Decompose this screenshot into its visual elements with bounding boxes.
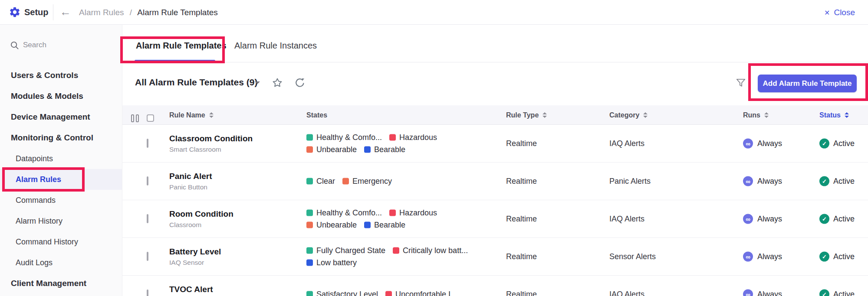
sidebar-item-monitoring-control[interactable]: Monitoring & Control <box>0 127 122 148</box>
state-item: Bearable <box>364 145 405 154</box>
sidebar-item-client-management[interactable]: Client Management <box>0 273 122 294</box>
row-checkbox[interactable] <box>147 139 148 148</box>
table-row[interactable]: Panic Alert Panic Button ClearEmergency … <box>122 163 868 200</box>
infinity-badge-icon: ∞ <box>743 252 753 262</box>
sidebar-item-commands[interactable]: Commands <box>0 190 122 211</box>
rule-name[interactable]: Panic Alert <box>169 172 212 181</box>
column-header-category[interactable]: Category <box>609 105 648 125</box>
column-header-status[interactable]: Status <box>819 105 849 125</box>
sort-icon[interactable] <box>845 112 849 118</box>
filter-icon[interactable] <box>735 77 746 88</box>
sidebar-item-datapoints[interactable]: Datapoints <box>0 148 122 169</box>
sidebar-item-command-history[interactable]: Command History <box>0 231 122 252</box>
status-cell: ✓ Active <box>819 252 855 262</box>
search-input[interactable] <box>23 41 97 49</box>
table-row[interactable]: Room Condition Classroom Healthy & Comfo… <box>122 200 868 238</box>
rule-name-cell: Classroom Condition Smart Classroom <box>169 134 253 153</box>
status-label: Active <box>833 290 855 296</box>
close-button[interactable]: ✕Close <box>824 0 855 25</box>
state-color-chip <box>306 247 313 254</box>
tab-alarm-rule-templates[interactable]: Alarm Rule Templates <box>136 25 227 62</box>
state-label: Uncomfortable L... <box>395 290 459 296</box>
sort-icon[interactable] <box>542 112 547 118</box>
rule-type-cell: Realtime <box>506 139 537 148</box>
breadcrumb-parent[interactable]: Alarm Rules <box>79 8 124 17</box>
rule-name[interactable]: Battery Level <box>169 247 221 257</box>
runs-label: Always <box>757 215 782 224</box>
rule-name-cell: Room Condition Classroom <box>169 209 233 229</box>
sidebar-item-alarm-rules[interactable]: Alarm Rules <box>0 169 122 190</box>
state-label: Unbearable <box>316 145 357 154</box>
runs-label: Always <box>757 252 782 261</box>
runs-cell: ∞ Always <box>743 214 782 224</box>
sidebar-search[interactable] <box>10 39 110 52</box>
status-label: Active <box>833 177 855 186</box>
status-cell: ✓ Active <box>819 176 855 186</box>
sort-icon[interactable] <box>209 112 214 118</box>
header-divider <box>53 4 53 20</box>
infinity-badge-icon: ∞ <box>743 289 753 296</box>
state-color-chip <box>306 291 313 296</box>
sidebar-item-label: Commands <box>16 196 56 205</box>
breadcrumb: Alarm Rules / Alarm Rule Templates <box>79 0 218 25</box>
rule-subtitle: Classroom <box>169 221 233 229</box>
table-row[interactable]: Battery Level IAQ Sensor Fully Charged S… <box>122 238 868 276</box>
row-checkbox[interactable] <box>147 214 148 223</box>
column-settings-button[interactable] <box>131 105 139 125</box>
state-color-chip <box>389 134 396 141</box>
row-checkbox[interactable] <box>147 252 148 261</box>
states-cell: Healthy & Comfo...HazardousUnbearableBea… <box>306 208 437 230</box>
sidebar-item-device-management[interactable]: Device Management <box>0 107 122 127</box>
active-check-icon: ✓ <box>819 289 829 296</box>
tab-alarm-rule-instances[interactable]: Alarm Rule Instances <box>234 25 317 62</box>
state-label: Unbearable <box>316 221 357 230</box>
sidebar-item-users-controls[interactable]: Users & Controls <box>0 65 122 86</box>
sidebar-item-audit-logs[interactable]: Audit Logs <box>0 252 122 273</box>
sidebar-item-alarm-history[interactable]: Alarm History <box>0 211 122 231</box>
row-checkbox[interactable] <box>147 289 148 296</box>
states-cell: Healthy & Comfo...HazardousUnbearableBea… <box>306 133 437 154</box>
state-item: Clear <box>306 177 335 186</box>
state-color-chip <box>306 260 313 266</box>
sidebar: Users & ControlsModules & ModelsDevice M… <box>0 25 122 296</box>
sidebar-item-label: Client Management <box>11 279 86 288</box>
row-checkbox-cell <box>147 290 148 296</box>
state-color-chip <box>306 222 313 228</box>
rule-name[interactable]: Room Condition <box>169 209 233 219</box>
app-title: Setup <box>24 0 49 25</box>
runs-label: Always <box>757 290 782 296</box>
table-header: Rule Name States Rule Type Category Runs… <box>122 105 868 125</box>
state-line: Low battery <box>306 258 468 267</box>
sidebar-item-modules-models[interactable]: Modules & Models <box>0 86 122 107</box>
table-row[interactable]: TVOC Alert Satisfactory LevelUncomfortab… <box>122 276 868 296</box>
status-cell: ✓ Active <box>819 289 855 296</box>
column-header-runs[interactable]: Runs <box>743 105 769 125</box>
sort-icon[interactable] <box>764 112 769 118</box>
row-checkbox-cell <box>147 140 148 147</box>
row-checkbox[interactable] <box>147 176 148 185</box>
sort-icon[interactable] <box>643 112 648 118</box>
state-item: Fully Charged State <box>306 246 385 255</box>
state-label: Hazardous <box>399 208 437 218</box>
infinity-badge-icon: ∞ <box>743 214 753 224</box>
chevron-down-icon[interactable] <box>255 81 260 84</box>
close-label: Close <box>834 8 855 17</box>
runs-cell: ∞ Always <box>743 252 782 262</box>
state-color-chip <box>306 210 313 216</box>
back-arrow-icon[interactable]: ← <box>60 0 71 24</box>
select-all-checkbox[interactable] <box>147 114 154 122</box>
add-alarm-rule-template-button[interactable]: Add Alarm Rule Template <box>758 75 857 92</box>
table-row[interactable]: Classroom Condition Smart Classroom Heal… <box>122 125 868 163</box>
column-header-rule-name[interactable]: Rule Name <box>169 105 214 125</box>
state-item: Hazardous <box>389 208 437 218</box>
star-icon[interactable] <box>272 77 283 88</box>
state-color-chip <box>364 222 371 228</box>
columns-icon <box>131 114 139 122</box>
rule-name[interactable]: Classroom Condition <box>169 134 253 143</box>
view-selector[interactable]: All Alarm Rule Templates (9) <box>135 62 257 102</box>
runs-cell: ∞ Always <box>743 176 782 186</box>
rule-type-cell: Realtime <box>506 177 537 186</box>
rule-name[interactable]: TVOC Alert <box>169 285 213 294</box>
refresh-icon[interactable] <box>294 77 306 88</box>
column-header-rule-type[interactable]: Rule Type <box>506 105 547 125</box>
